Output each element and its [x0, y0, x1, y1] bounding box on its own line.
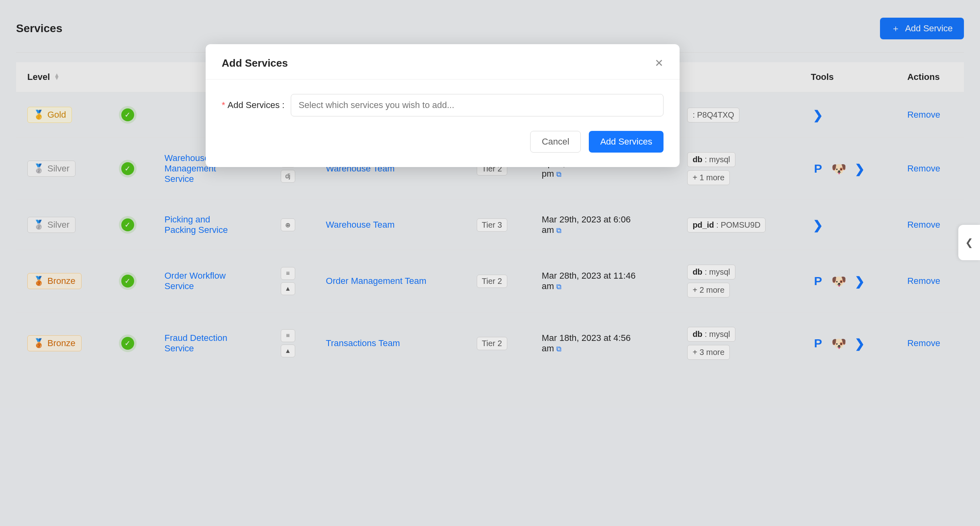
field-label: *Add Services : — [222, 100, 284, 110]
chevron-left-icon: ❮ — [965, 237, 973, 248]
cancel-button[interactable]: Cancel — [530, 131, 581, 153]
close-icon[interactable]: ✕ — [655, 57, 664, 69]
side-drawer-toggle[interactable]: ❮ — [958, 225, 980, 260]
modal-title: Add Services — [222, 57, 288, 69]
required-asterisk: * — [222, 100, 225, 110]
submit-add-services-button[interactable]: Add Services — [589, 131, 664, 153]
add-services-modal: Add Services ✕ *Add Services : Cancel Ad… — [206, 44, 680, 167]
add-services-select[interactable] — [291, 94, 664, 116]
